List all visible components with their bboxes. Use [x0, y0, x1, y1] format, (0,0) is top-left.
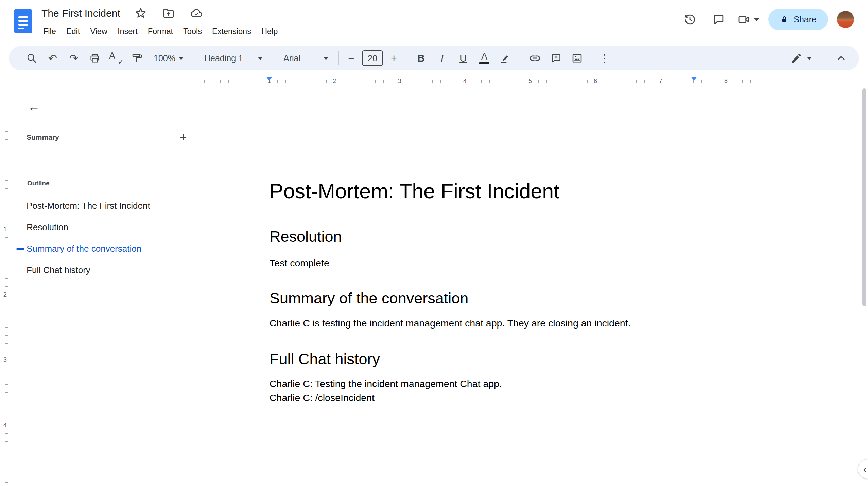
ruler-number: 1: [0, 225, 10, 234]
horizontal-ruler: 1 2 3 4 5 6 7 8: [199, 76, 868, 86]
menu-tools[interactable]: Tools: [178, 24, 207, 38]
add-comment-button[interactable]: [545, 49, 567, 68]
undo-button[interactable]: ↶: [42, 49, 63, 68]
decrease-font-size-button[interactable]: −: [343, 49, 359, 68]
menu-extensions[interactable]: Extensions: [207, 24, 256, 38]
menu-format[interactable]: Format: [143, 24, 178, 38]
document-title[interactable]: The First Incident: [41, 7, 120, 19]
star-button[interactable]: [133, 6, 148, 21]
side-panel-toggle-button[interactable]: ‹: [858, 459, 868, 479]
zoom-select[interactable]: 100%: [147, 49, 190, 68]
menu-help[interactable]: Help: [256, 24, 283, 38]
doc-paragraph[interactable]: Charlie C is testing the incident manage…: [270, 316, 694, 330]
lock-icon: [780, 15, 789, 24]
doc-paragraph[interactable]: Test complete: [270, 256, 694, 270]
add-summary-button[interactable]: +: [175, 129, 191, 146]
pencil-icon: [790, 51, 803, 65]
doc-paragraph[interactable]: Charlie C: Testing the incident manageme…: [270, 377, 694, 391]
bold-icon: B: [417, 53, 425, 63]
hide-menus-button[interactable]: [831, 49, 852, 68]
docs-logo-icon[interactable]: [14, 9, 32, 33]
doc-heading-2[interactable]: Full Chat history: [270, 350, 694, 368]
outline-panel: ← Summary + Outline Post-Mortem: The Fir…: [10, 87, 199, 486]
comment-icon: [712, 13, 725, 26]
menu-view[interactable]: View: [85, 24, 112, 38]
menu-insert[interactable]: Insert: [112, 24, 143, 38]
chevron-down-icon: [179, 57, 184, 62]
insert-image-button[interactable]: [567, 49, 588, 68]
spelling-check-button[interactable]: A ✓: [105, 49, 126, 68]
move-button[interactable]: [161, 6, 176, 21]
right-indent-marker[interactable]: [691, 77, 697, 81]
editing-mode-select[interactable]: [790, 51, 812, 65]
ruler-number: 8: [721, 76, 731, 86]
text-color-button[interactable]: A: [474, 49, 495, 68]
comments-button[interactable]: [709, 10, 728, 29]
ruler-number: 3: [0, 355, 10, 364]
left-indent-marker[interactable]: [266, 77, 272, 81]
cloud-status-button[interactable]: [189, 6, 204, 21]
italic-button[interactable]: I: [432, 49, 453, 68]
ruler-number: 2: [0, 290, 10, 299]
underline-icon: U: [459, 53, 467, 63]
paragraph-style-select[interactable]: Heading 1: [198, 49, 269, 68]
move-folder-icon: [162, 6, 175, 20]
font-size-input[interactable]: 20: [362, 50, 383, 66]
account-avatar[interactable]: [837, 11, 854, 28]
summary-header: Summary +: [27, 130, 191, 145]
history-icon: [683, 13, 697, 26]
highlight-color-button[interactable]: [495, 49, 516, 68]
toolbar-divider: [273, 51, 273, 65]
share-label: Share: [794, 15, 816, 24]
video-camera-icon: [737, 13, 751, 26]
image-icon: [571, 52, 583, 64]
insert-link-button[interactable]: [524, 49, 545, 68]
doc-section: Resolution Test complete: [270, 228, 694, 270]
menu-file[interactable]: File: [38, 24, 61, 38]
link-icon: [529, 52, 541, 64]
print-icon: [89, 52, 101, 64]
bold-button[interactable]: B: [411, 49, 432, 68]
menu-edit[interactable]: Edit: [61, 24, 85, 38]
plus-icon: +: [179, 130, 187, 145]
font-family-select[interactable]: Arial: [277, 49, 334, 68]
chevron-up-icon: [835, 52, 847, 64]
star-icon: [134, 6, 147, 20]
close-outline-button[interactable]: ←: [24, 97, 44, 117]
outline-item[interactable]: Resolution: [10, 217, 199, 238]
redo-button[interactable]: ↷: [63, 49, 84, 68]
top-right-actions: Share: [671, 7, 854, 31]
ruler-number: 3: [395, 76, 404, 86]
text-color-icon: A: [479, 52, 489, 64]
ruler-ticks: [204, 80, 759, 83]
print-button[interactable]: [84, 49, 105, 68]
more-toolbar-options-button[interactable]: ⋮: [596, 49, 613, 68]
cloud-saved-icon: [190, 6, 203, 20]
share-button[interactable]: Share: [768, 9, 828, 30]
outline-item[interactable]: Post-Mortem: The First Incident: [10, 195, 199, 217]
chevron-left-icon: ‹: [863, 463, 867, 475]
search-menus-button[interactable]: [21, 49, 42, 68]
paint-roller-icon: [131, 52, 143, 64]
increase-font-size-button[interactable]: +: [386, 49, 402, 68]
join-call-button[interactable]: [737, 13, 759, 26]
outline-item[interactable]: Full Chat history: [10, 259, 199, 281]
doc-paragraph[interactable]: Charlie C: /closeIncident: [270, 391, 694, 405]
outline-item-active[interactable]: Summary of the conversation: [10, 238, 199, 259]
ruler-number: 4: [460, 76, 470, 86]
chevron-down-icon[interactable]: [754, 18, 759, 23]
underline-button[interactable]: U: [453, 49, 474, 68]
zoom-value: 100%: [154, 53, 175, 63]
toolbar-divider: [406, 51, 406, 65]
doc-heading-2[interactable]: Summary of the conversation: [270, 289, 694, 307]
document-page[interactable]: Post-Mortem: The First Incident Resoluti…: [204, 99, 759, 486]
vertical-ruler: 1 2 3 4: [0, 87, 10, 486]
version-history-button[interactable]: [680, 10, 700, 29]
vertical-scrollbar[interactable]: [862, 88, 866, 306]
paint-format-button[interactable]: [126, 49, 147, 68]
doc-heading-2[interactable]: Resolution: [270, 228, 694, 246]
toolbar-divider: [520, 51, 520, 65]
toolbar-divider: [338, 51, 339, 65]
doc-heading-1[interactable]: Post-Mortem: The First Incident: [270, 179, 694, 204]
highlighter-icon: [499, 52, 511, 64]
